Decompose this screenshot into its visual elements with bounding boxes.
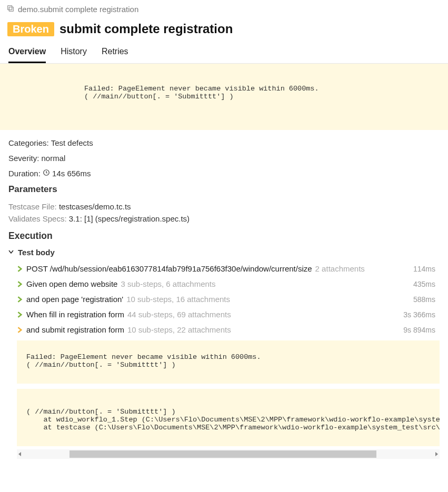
step-sub: 44 sub-steps, 69 attachments (127, 310, 231, 319)
error-summary: Failed: PageElement never became visible… (0, 64, 448, 130)
step-text: and open page 'registration' (26, 295, 123, 304)
horizontal-scrollbar[interactable] (17, 449, 440, 459)
step-sub: 3 sub-steps, 6 attachments (121, 279, 215, 288)
step-row[interactable]: POST /wd/hub/session/eab6163077814fab79f… (17, 261, 440, 276)
step-row[interactable]: and submit registration form 10 sub-step… (17, 322, 440, 337)
test-body-label: Test body (18, 248, 55, 257)
step-time: 3s 366ms (403, 310, 440, 319)
step-time: 588ms (413, 295, 440, 304)
chevron-right-icon (17, 312, 23, 318)
execution-heading: Execution (8, 230, 440, 242)
tab-history[interactable]: History (61, 43, 87, 63)
title-row: Broken submit complete registration (0, 18, 448, 43)
meta-section: Categories: Test defects Severity: norma… (0, 130, 448, 467)
categories-value: Test defects (51, 138, 93, 147)
chevron-right-icon (17, 281, 23, 287)
param-specs-value: 3.1: [1] (specs/registration.spec.ts) (69, 214, 190, 223)
tab-retries[interactable]: Retries (102, 43, 128, 63)
page-title: submit complete registration (59, 22, 233, 36)
trace-output-1: Failed: PageElement never became visible… (17, 340, 440, 384)
clock-icon (43, 169, 50, 178)
tab-overview[interactable]: Overview (8, 43, 46, 63)
step-text: POST /wd/hub/session/eab6163077814fab79f… (26, 264, 312, 273)
chevron-right-icon (17, 296, 23, 303)
step-time: 9s 894ms (403, 326, 440, 334)
step-row[interactable]: Given open demo website 3 sub-steps, 6 a… (17, 276, 440, 292)
step-row[interactable]: When fill in registration form 44 sub-st… (17, 307, 440, 322)
svg-rect-0 (9, 7, 13, 11)
breadcrumb-text: demo.submit complete registration (18, 5, 138, 14)
steps-list: POST /wd/hub/session/eab6163077814fab79f… (8, 261, 440, 337)
param-file-label: Testcase File: (8, 202, 57, 211)
step-text: Given open demo website (26, 279, 117, 288)
step-row[interactable]: and open page 'registration' 10 sub-step… (17, 292, 440, 307)
severity-label: Severity: (8, 154, 39, 163)
duration-label: Duration: (8, 169, 41, 178)
severity-value: normal (42, 154, 66, 163)
copy-icon[interactable] (6, 4, 15, 14)
status-badge: Broken (7, 22, 54, 36)
step-time: 435ms (413, 280, 440, 288)
parameters-heading: Parameters (8, 184, 440, 195)
chevron-down-icon (8, 249, 16, 256)
duration-value: 14s 656ms (52, 169, 91, 178)
tabs: Overview History Retries (0, 43, 448, 64)
param-file-value: testcases/demo.tc.ts (59, 202, 131, 211)
step-sub: 2 attachments (315, 264, 365, 273)
step-text: When fill in registration form (26, 310, 124, 319)
trace-output-2: ( //main//button[. = 'Submitttt'] ) at w… (17, 389, 440, 446)
chevron-right-icon (17, 266, 23, 272)
step-time: 114ms (413, 265, 440, 273)
categories-label: Categories: (8, 138, 49, 147)
scrollbar-thumb[interactable] (69, 450, 376, 458)
breadcrumb: demo.submit complete registration (0, 0, 448, 18)
step-sub: 10 sub-steps, 16 attachments (126, 295, 230, 304)
chevron-right-icon (17, 327, 23, 333)
test-body-toggle[interactable]: Test body (8, 248, 440, 257)
svg-rect-1 (8, 6, 12, 10)
step-text: and submit registration form (26, 325, 124, 334)
param-specs-label: Validates Specs: (8, 214, 67, 223)
step-sub: 10 sub-steps, 22 attachments (127, 325, 231, 334)
